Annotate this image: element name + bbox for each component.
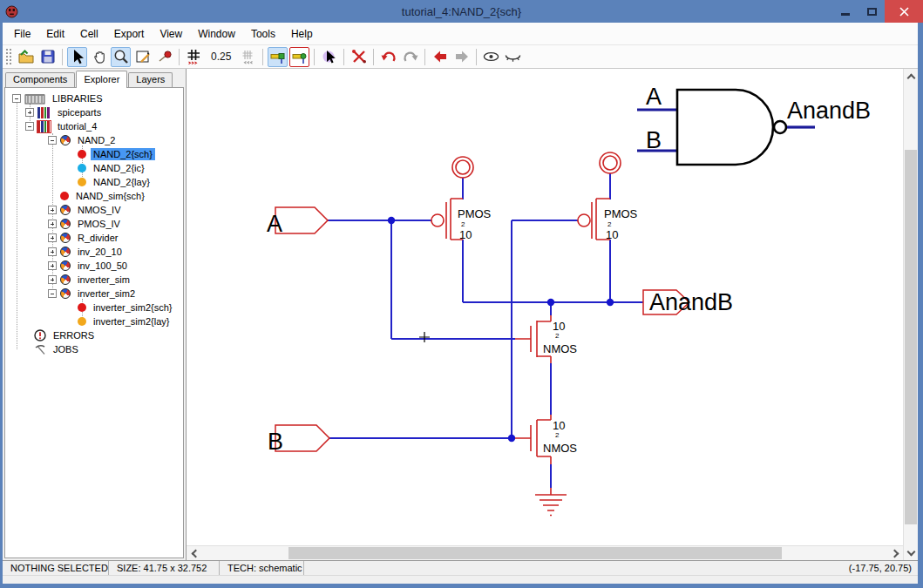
nmos-transistor-bottom[interactable]: 10 2 NMOS	[515, 415, 577, 464]
measure-button[interactable]	[154, 47, 174, 67]
maximize-icon	[867, 8, 877, 16]
tree-item-nand-2-sch[interactable]: NAND_2{sch}	[5, 147, 183, 161]
explorer-tree: LIBRARIES spiceparts tutorial_4	[4, 87, 184, 558]
icon-view-icon	[78, 164, 86, 172]
tree-item-pmos-iv[interactable]: PMOS_IV	[5, 217, 183, 231]
scroll-left-button[interactable]	[187, 546, 201, 561]
menu-view[interactable]: View	[152, 24, 190, 44]
export-a[interactable]: A	[267, 207, 328, 237]
tree-item-inverter-sim2[interactable]: inverter_sim2	[5, 287, 183, 301]
vertical-scroll-thumb[interactable]	[905, 150, 917, 524]
go-back-button[interactable]	[430, 47, 450, 67]
pmos-transistor-right[interactable]: PMOS 2 10	[578, 199, 638, 241]
horizontal-scrollbar[interactable]	[187, 545, 903, 560]
schematic-canvas[interactable]: A B AnandB	[187, 69, 918, 560]
open-library-button[interactable]	[16, 47, 36, 67]
tree-item-spiceparts[interactable]: spiceparts	[5, 105, 183, 119]
undo-button[interactable]	[378, 47, 398, 67]
tree-item-inverter-sim2-sch[interactable]: inverter_sim2{sch}	[5, 301, 183, 314]
scroll-up-button[interactable]	[904, 69, 919, 84]
go-forward-button[interactable]	[451, 47, 472, 67]
menu-file[interactable]: File	[6, 24, 38, 44]
toolbar-drag-handle[interactable]	[5, 48, 12, 65]
preferences-button[interactable]	[349, 47, 369, 67]
layout-view-icon	[78, 178, 86, 186]
crosshair-cursor	[419, 332, 430, 342]
device-name: NMOS	[543, 342, 577, 355]
tab-layers[interactable]: Layers	[128, 72, 173, 87]
close-button[interactable]	[885, 0, 923, 23]
ground-symbol[interactable]	[535, 488, 567, 516]
collapse-toggle[interactable]	[12, 94, 21, 103]
horizontal-scroll-thumb[interactable]	[288, 547, 782, 559]
expand-toggle[interactable]	[48, 233, 57, 242]
grid-toggle-button[interactable]	[184, 47, 204, 67]
tree-item-nand-2-lay[interactable]: NAND_2{lay}	[5, 175, 183, 189]
expand-toggle[interactable]	[48, 275, 57, 284]
expand-cells-button[interactable]	[481, 47, 501, 67]
tree-item-errors[interactable]: ERRORS	[5, 328, 183, 342]
eye-closed-icon	[504, 48, 522, 65]
power-symbol[interactable]	[452, 152, 621, 178]
port-b-label: B	[268, 429, 283, 455]
scroll-right-button[interactable]	[888, 546, 903, 561]
zoom-button[interactable]	[111, 47, 131, 67]
collapse-toggle[interactable]	[25, 122, 34, 131]
toggle-exports-button[interactable]	[289, 47, 309, 67]
save-library-button[interactable]	[37, 47, 58, 67]
tab-components[interactable]: Components	[5, 72, 75, 87]
collapse-toggle[interactable]	[48, 289, 57, 298]
nmos-transistor-top[interactable]: 10 2 NMOS	[515, 315, 577, 363]
expand-toggle[interactable]	[48, 220, 57, 228]
grid-alignment-button[interactable]	[238, 47, 258, 67]
nand-gate-symbol[interactable]: A B AnandB	[637, 84, 871, 165]
pmos-transistor-left[interactable]: PMOS 2 10	[431, 199, 492, 241]
tree-item-nmos-iv[interactable]: NMOS_IV	[5, 203, 183, 217]
collapse-toggle[interactable]	[48, 136, 57, 145]
menu-edit[interactable]: Edit	[38, 24, 72, 44]
menu-cell[interactable]: Cell	[72, 24, 106, 44]
expand-toggle[interactable]	[25, 108, 34, 117]
statusbar: NOTHING SELECTED SIZE: 41.75 x 32.752 TE…	[3, 560, 918, 575]
menu-tools[interactable]: Tools	[243, 24, 283, 44]
library-building-icon	[24, 93, 45, 105]
layout-view-icon	[78, 317, 86, 326]
pan-button[interactable]	[89, 47, 109, 67]
menu-help[interactable]: Help	[283, 24, 321, 44]
tree-item-libraries[interactable]: LIBRARIES	[5, 91, 183, 105]
select-arrow-button[interactable]	[67, 47, 87, 67]
expand-toggle[interactable]	[48, 247, 57, 256]
tree-item-inverter-sim[interactable]: inverter_sim	[5, 273, 183, 287]
tab-explorer[interactable]: Explorer	[76, 71, 127, 88]
expand-toggle[interactable]	[48, 206, 57, 214]
collapse-cells-button[interactable]	[503, 47, 523, 67]
tree-item-jobs[interactable]: JOBS	[5, 342, 183, 356]
select-special-button[interactable]	[319, 47, 339, 67]
device-length: 2	[607, 220, 612, 228]
tree-item-inv-20-10[interactable]: inv_20_10	[5, 245, 183, 259]
export-output[interactable]: AnandB	[643, 289, 733, 315]
export-b[interactable]: B	[268, 425, 329, 455]
tree-item-inverter-sim2-lay[interactable]: inverter_sim2{lay}	[5, 314, 183, 328]
cell-group-icon	[60, 260, 71, 271]
vertical-scrollbar[interactable]	[903, 69, 918, 560]
cell-group-icon	[60, 205, 71, 215]
selection-status: NOTHING SELECTED	[3, 561, 109, 575]
tree-item-tutorial-4[interactable]: tutorial_4	[5, 119, 183, 133]
redo-button[interactable]	[400, 47, 420, 67]
maximize-button[interactable]	[859, 0, 885, 23]
tree-item-r-divider[interactable]: R_divider	[5, 231, 183, 245]
minimize-button[interactable]	[832, 0, 859, 23]
expand-toggle[interactable]	[48, 261, 57, 270]
scroll-down-button[interactable]	[904, 545, 919, 560]
tree-item-nand-sim-sch[interactable]: NAND_sim{sch}	[5, 189, 183, 203]
menu-window[interactable]: Window	[190, 24, 243, 44]
tree-item-nand-2-ic[interactable]: NAND_2{ic}	[5, 161, 183, 175]
chevron-down-icon	[907, 547, 916, 556]
select-area-button[interactable]	[132, 47, 153, 67]
tree-item-inv-100-50[interactable]: inv_100_50	[5, 259, 183, 273]
toggle-ports-button[interactable]	[268, 47, 288, 67]
tree-item-nand-2[interactable]: NAND_2	[5, 133, 183, 147]
port-output-label: AnandB	[649, 289, 733, 315]
menu-export[interactable]: Export	[106, 24, 153, 44]
